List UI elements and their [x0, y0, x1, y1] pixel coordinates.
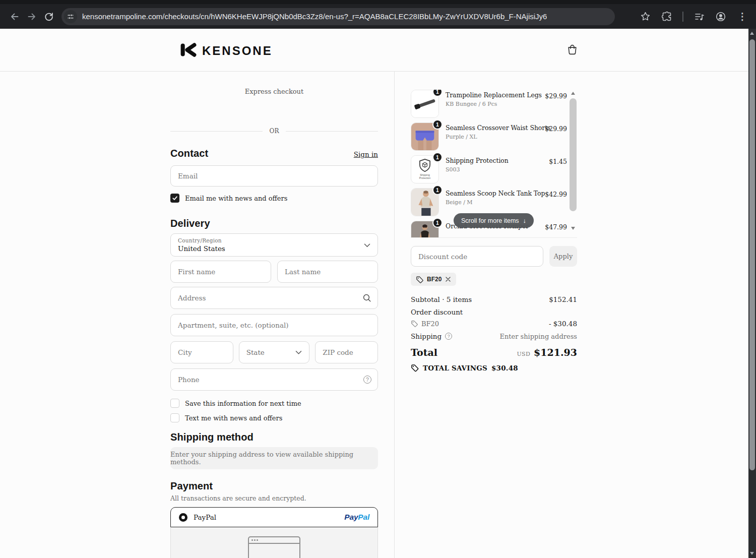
newsletter-checkbox[interactable]: [170, 194, 179, 203]
item-variant: Purple / XL: [446, 134, 550, 140]
cart-bag-icon[interactable]: [566, 43, 578, 57]
total-value: $121.93: [534, 347, 577, 358]
newsletter-label: Email me with news and offers: [185, 195, 287, 202]
browser-toolbar: kensonetrampoline.com/checkouts/cn/hWN6K…: [0, 4, 756, 29]
item-variant: S003: [446, 166, 509, 173]
item-price: $29.99: [545, 125, 567, 133]
state-select[interactable]: State: [239, 341, 310, 363]
store-logo[interactable]: KENSONE: [179, 41, 273, 61]
city-field[interactable]: [170, 341, 233, 363]
screen: kensonetrampoline.com/checkouts/cn/hWN6K…: [0, 0, 756, 558]
cart-item: 1 Seamless Crossover Waist Shorts Purple…: [411, 122, 577, 151]
phone-help-icon[interactable]: ?: [363, 376, 371, 384]
item-variant: KB Bungee / 6 Pcs: [446, 101, 542, 107]
item-variant: Beige / M: [446, 199, 545, 206]
shipping-label: Shipping: [411, 332, 442, 340]
browser-chrome: kensonetrampoline.com/checkouts/cn/hWN6K…: [0, 0, 756, 29]
quantity-badge: 1: [432, 185, 443, 195]
paypal-logo: PayPal: [344, 513, 369, 522]
product-thumbnail: 1: [411, 221, 439, 238]
search-icon: [362, 293, 371, 302]
state-label: State: [246, 348, 265, 356]
down-arrow-icon: ↓: [523, 217, 526, 224]
back-icon[interactable]: [6, 8, 23, 25]
brand-k-mark-icon: [179, 41, 197, 61]
extensions-icon[interactable]: [658, 8, 675, 25]
discount-code-input[interactable]: [411, 246, 543, 267]
remove-discount-icon[interactable]: [445, 276, 451, 282]
tag-icon: [416, 276, 423, 283]
payment-option-paypal[interactable]: PayPal PayPal: [170, 507, 378, 527]
total-label: Total: [411, 347, 437, 358]
quantity-badge: 1: [432, 90, 443, 97]
product-thumbnail: 1: [411, 122, 439, 151]
page-scrollbar[interactable]: [748, 29, 756, 558]
contact-title: Contact: [170, 148, 208, 159]
brand-name: KENSONE: [202, 44, 273, 58]
media-controls-icon[interactable]: [690, 8, 708, 25]
payment-title: Payment: [170, 480, 378, 492]
bookmark-star-icon[interactable]: [637, 8, 654, 25]
quantity-badge: 1: [432, 119, 443, 130]
product-thumbnail: 1: [411, 188, 439, 216]
url-bar[interactable]: kensonetrampoline.com/checkouts/cn/hWN6K…: [61, 8, 615, 25]
country-value: United States: [178, 244, 359, 253]
text-offers-checkbox[interactable]: [170, 413, 179, 422]
save-info-checkbox[interactable]: [170, 399, 179, 408]
scroll-for-more-button[interactable]: Scroll for more items ↓: [454, 213, 534, 228]
payment-subtitle: All transactions are secure and encrypte…: [170, 494, 378, 502]
discount-chip-code: BF20: [427, 276, 442, 283]
shipping-value: Enter shipping address: [499, 333, 577, 340]
check-icon: [172, 195, 178, 201]
items-scroll-up-icon[interactable]: [571, 92, 575, 95]
toolbar-actions: ⋮: [637, 8, 751, 25]
zip-code-field[interactable]: [315, 341, 378, 363]
items-scrollbar[interactable]: [570, 90, 577, 238]
scroll-more-label: Scroll for more items: [461, 217, 519, 224]
item-price: $47.99: [545, 223, 567, 231]
or-divider: OR: [170, 128, 378, 135]
sign-in-link[interactable]: Sign in: [354, 150, 378, 158]
applied-discount-chip: BF20: [411, 273, 456, 286]
forward-icon[interactable]: [23, 8, 40, 25]
items-scrollbar-thumb[interactable]: [570, 98, 577, 211]
shipping-method-title: Shipping method: [170, 431, 378, 443]
or-label: OR: [270, 128, 279, 135]
delivery-title: Delivery: [170, 218, 378, 229]
cart-item: Shipping Protection 1 Shipping Protectio…: [411, 155, 577, 183]
profile-icon[interactable]: [712, 8, 729, 25]
discount-row-value: - $30.48: [549, 320, 577, 328]
savings-label: TOTAL SAVINGS: [423, 364, 487, 372]
apply-discount-button[interactable]: Apply: [549, 246, 577, 267]
country-select[interactable]: Country/Region United States: [170, 233, 378, 257]
apartment-field[interactable]: [170, 314, 378, 336]
browser-window-illustration-icon: [248, 536, 300, 558]
page-scrollbar-thumb[interactable]: [749, 39, 755, 470]
save-info-label: Save this information for next time: [185, 400, 301, 407]
item-title: Shipping Protection: [446, 157, 509, 164]
items-scroll-down-icon[interactable]: [571, 227, 575, 230]
discount-row-code: BF20: [421, 320, 439, 328]
chevron-down-icon: [364, 240, 370, 250]
shipping-help-icon[interactable]: ?: [445, 333, 452, 340]
scrollbar-up-arrow-icon[interactable]: [750, 32, 754, 35]
menu-icon[interactable]: ⋮: [734, 8, 751, 25]
scrollbar-down-arrow-icon[interactable]: [750, 552, 754, 555]
currency-code: USD: [517, 351, 531, 357]
subtotal-label: Subtotal · 5 items: [411, 295, 472, 303]
last-name-field[interactable]: [277, 261, 378, 283]
radio-selected-icon[interactable]: [179, 513, 187, 522]
checkout-form: Express checkout OR Contact Sign in Emai…: [170, 72, 378, 558]
cart-item: 1 Trampoline Replacement Legs KB Bungee …: [411, 90, 577, 118]
chevron-down-icon: [295, 348, 302, 356]
address-field[interactable]: [170, 287, 378, 309]
item-title: Trampoline Replacement Legs: [446, 91, 542, 99]
reload-icon[interactable]: [40, 8, 57, 25]
totals-section: Subtotal · 5 items $152.41 Order discoun…: [411, 295, 577, 372]
first-name-field[interactable]: [170, 261, 271, 283]
site-info-icon[interactable]: [64, 10, 77, 23]
product-thumbnail: 1: [411, 90, 439, 118]
email-field[interactable]: [170, 165, 378, 187]
phone-field[interactable]: [170, 368, 378, 391]
express-checkout-label: Express checkout: [170, 88, 378, 95]
